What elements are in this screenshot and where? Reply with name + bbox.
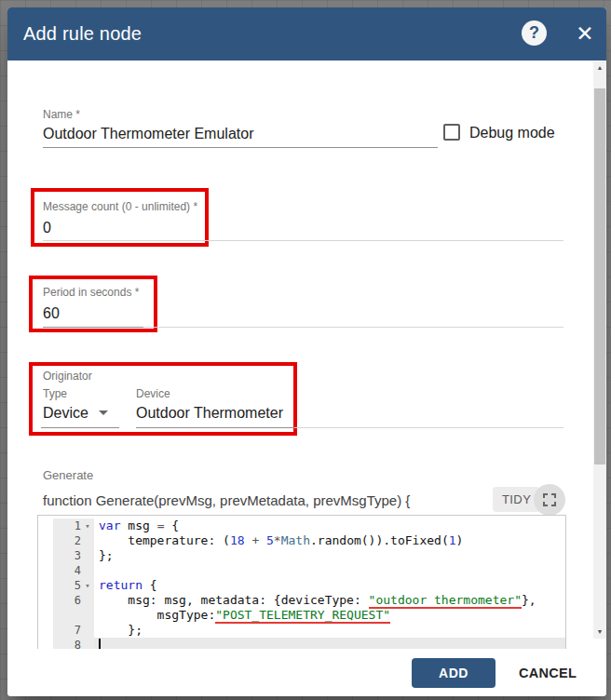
debug-mode-checkbox[interactable] [443,124,460,141]
editor-margin [38,518,53,533]
editor-margin [38,608,53,623]
dialog-footer: ADD CANCEL [7,649,606,696]
line-number-gutter: 4 [53,563,94,578]
message-count-label: Message count (0 - unlimited) * [43,200,197,213]
generate-label: Generate [43,468,93,482]
originator-type-label: Type [43,387,67,400]
code-line[interactable]: 1▾var msg = { [38,518,565,533]
help-icon[interactable]: ? [522,20,547,46]
code-line[interactable]: 3}; [38,548,565,563]
originator-device-label: Device [136,387,170,400]
add-button[interactable]: ADD [412,658,496,688]
code-line[interactable]: 4 [38,563,565,578]
close-icon[interactable]: ✕ [572,20,598,47]
chevron-down-icon[interactable] [99,411,108,415]
code-line[interactable]: 2 temperature: (18 + 5*Math.random()).to… [38,533,565,548]
highlight-box-message-count [31,188,209,247]
name-input[interactable]: Outdoor Thermometer Emulator [43,126,253,142]
fullscreen-glyph [543,493,556,506]
line-number-gutter: 7 [53,623,94,638]
editor-margin [38,548,53,563]
code-line-text: return { [94,578,565,593]
line-number-gutter [53,608,94,623]
line-number-gutter: 6 [53,593,94,608]
originator-group-label: Originator [43,370,92,383]
code-editor[interactable]: 1▾var msg = {2 temperature: (18 + 5*Math… [37,515,566,650]
scrollbar-thumb[interactable] [594,88,605,464]
fold-arrow-icon[interactable]: ▾ [81,518,94,533]
code-line[interactable]: 5▾return { [38,578,565,593]
dialog-header: Add rule node ? ✕ [7,7,606,61]
editor-margin [38,593,53,608]
message-count-underline [43,240,563,241]
name-underline [43,147,438,148]
editor-margin [38,578,53,593]
code-line-text: msg: msg, metadata: {deviceType: "outdoo… [94,593,565,608]
originator-device-input[interactable]: Outdoor Thermometer [136,405,283,422]
code-line[interactable]: 7 }; [38,623,565,638]
period-input[interactable]: 60 [43,305,60,322]
cancel-button[interactable]: CANCEL [508,658,588,688]
code-line-text: temperature: (18 + 5*Math.random()).toFi… [94,533,565,548]
device-underline [136,427,294,428]
line-number-gutter: 5▾ [53,578,94,593]
type-underline [41,427,119,428]
function-signature: function Generate(prevMsg, prevMetadata,… [43,492,410,508]
code-lines: 1▾var msg = {2 temperature: (18 + 5*Math… [38,518,565,650]
code-line-text [94,563,565,578]
editor-margin [38,533,53,548]
period-underline [43,327,143,328]
scroll-down-icon[interactable]: ▼ [593,626,606,639]
message-count-input[interactable]: 0 [43,220,51,236]
dialog-scrollbar[interactable]: ▲ ▼ [593,61,606,639]
line-number-gutter: 3 [53,548,94,563]
code-line-text: msgType:"POST_TELEMETRY_REQUEST" [94,608,565,623]
line-number-gutter: 1▾ [53,518,94,533]
period-label: Period in seconds * [43,286,139,299]
fullscreen-icon[interactable] [534,484,565,516]
code-line[interactable]: 6 msg: msg, metadata: {deviceType: "outd… [38,593,565,608]
originator-type-select[interactable]: Device [43,405,88,422]
help-glyph: ? [529,23,539,42]
code-line-text: }; [94,548,565,563]
scroll-up-icon[interactable]: ▲ [593,61,606,74]
name-label: Name * [43,108,80,121]
dialog-title: Add rule node [23,7,142,61]
editor-margin [38,563,53,578]
code-line[interactable]: msgType:"POST_TELEMETRY_REQUEST" [38,608,565,623]
line-number-gutter: 2 [53,533,94,548]
editor-margin [38,623,53,638]
add-rule-node-dialog: Add rule node ? ✕ Name * Outdoor Thermom… [7,7,606,696]
fold-arrow-icon[interactable]: ▾ [81,578,94,593]
debug-mode-label: Debug mode [469,125,555,141]
close-glyph: ✕ [576,21,593,46]
code-line-text: var msg = { [94,518,565,533]
highlight-box-period [29,276,157,332]
code-line-text: }; [94,623,565,638]
